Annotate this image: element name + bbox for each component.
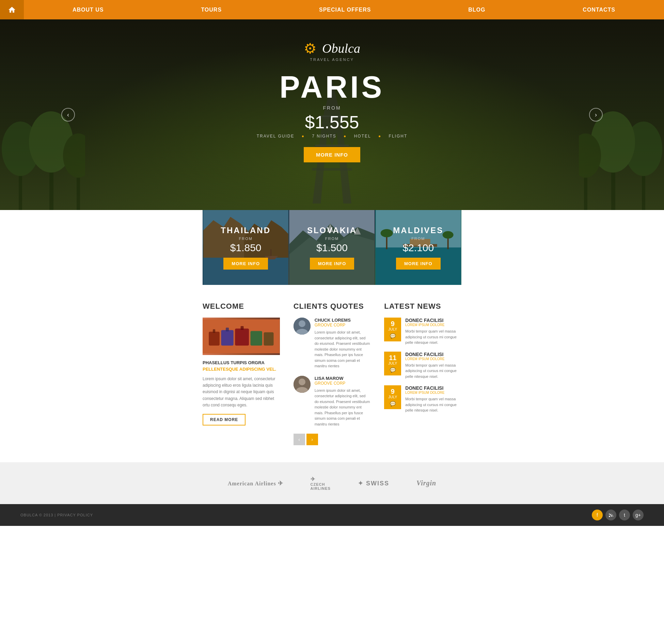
- social-twitter[interactable]: t: [619, 510, 630, 520]
- news-content-1: DONEC FACILISI LOREM IPSUM DOLORE Morbi …: [405, 352, 461, 380]
- news-content-2: DONEC FACILISI LOREM IPSUM DOLORE Morbi …: [405, 385, 461, 413]
- trees-right: [579, 108, 664, 210]
- dest-maldives-btn[interactable]: MORE INFO: [396, 258, 441, 270]
- logo: ⚙ Obulca TRAVEL AGENCY: [304, 40, 360, 62]
- read-more-button[interactable]: READ MORE: [203, 414, 246, 425]
- svg-rect-1: [19, 176, 22, 210]
- nav-tours[interactable]: TOURS: [194, 0, 228, 19]
- home-icon: [8, 6, 16, 14]
- feature-flight: FLIGHT: [389, 134, 408, 139]
- svg-rect-48: [241, 326, 244, 330]
- dest-maldives[interactable]: MALDIVES FROM $2.100 MORE INFO: [375, 210, 461, 285]
- partner-czech-icon: ✈: [311, 476, 315, 482]
- main-nav: ABOUT US TOURS SPECIAL OFFERS BLOG CONTA…: [0, 0, 664, 19]
- hero-section: ⚙ Obulca TRAVEL AGENCY ‹ PARIS FROM $1.5…: [0, 19, 664, 210]
- dest-slovakia-btn[interactable]: MORE INFO: [310, 258, 354, 270]
- feature-travel-guide: TRAVEL GUIDE: [257, 134, 295, 139]
- quotes-title: CLIENTS QUOTES: [294, 302, 371, 311]
- news-date-0: 9 JULY 💬: [384, 318, 401, 341]
- partner-czech: ✈ CZECHAIRLINES: [311, 476, 331, 490]
- news-month-1: JULY: [388, 361, 398, 365]
- partner-american-label: American Airlines: [228, 481, 276, 486]
- svg-rect-46: [213, 329, 215, 333]
- hero-city: PARIS: [254, 72, 410, 102]
- svg-point-50: [299, 320, 305, 327]
- social-rss[interactable]: [605, 510, 616, 520]
- hero-features: TRAVEL GUIDE ● 7 NIGHTS ● HOTEL ● FLIGHT: [254, 134, 410, 139]
- logo-brand: Obulca: [322, 41, 360, 56]
- quote-next-button[interactable]: ›: [306, 434, 318, 445]
- quote-name-chuck: CHUCK LOREMS: [315, 318, 371, 323]
- news-subtitle-1: LOREM IPSUM DOLORE: [405, 357, 461, 361]
- logo-wheel-icon: ⚙: [304, 40, 317, 57]
- news-subtitle-2: LOREM IPSUM DOLORE: [405, 391, 461, 395]
- welcome-image: [203, 318, 280, 355]
- quote-item-0: CHUCK LOREMS GROOVE CORP Lorem ipsum dol…: [294, 318, 371, 369]
- svg-point-53: [299, 379, 305, 385]
- nav-blog[interactable]: BLOG: [461, 0, 492, 19]
- dest-slovakia-price: $1.500: [316, 242, 348, 254]
- quotes-section: CLIENTS QUOTES CHUCK LOREMS GROOVE CORP …: [294, 302, 371, 445]
- partners-section: American Airlines ✈ ✈ CZECHAIRLINES ✦ SW…: [0, 462, 664, 504]
- svg-point-55: [609, 516, 610, 517]
- footer: OBULCA © 2013 | PRIVACY POLICY f t g+: [0, 504, 664, 526]
- news-day-0: 9: [388, 320, 398, 327]
- dest-thailand-btn[interactable]: MORE INFO: [223, 258, 268, 270]
- quote-company-lisa: GROOVE CORP: [315, 381, 371, 386]
- logo-tagline: TRAVEL AGENCY: [304, 58, 360, 62]
- dest-thailand-name: THAILAND: [221, 226, 271, 235]
- welcome-section: WELCOME PHASELLUS TURP: [203, 302, 280, 445]
- partner-swiss-icon: ✦: [358, 480, 364, 487]
- svg-rect-47: [226, 328, 229, 332]
- dest-maldives-from: FROM: [411, 237, 425, 241]
- news-headline-2: DONEC FACILISI: [405, 385, 461, 391]
- social-facebook[interactable]: f: [592, 510, 603, 520]
- svg-rect-11: [584, 178, 587, 210]
- news-headline-1: DONEC FACILISI: [405, 352, 461, 357]
- quote-content-lisa: LISA MAROW GROOVE CORP Lorem ipsum dolor…: [315, 376, 371, 427]
- news-body-0: Morbi tempor quam vel massa adipiscing u…: [405, 328, 461, 345]
- news-content-0: DONEC FACILISI LOREM IPSUM DOLORE Morbi …: [405, 318, 461, 345]
- news-subtitle-0: LOREM IPSUM DOLORE: [405, 323, 461, 327]
- partner-american-icon: ✈: [278, 480, 283, 487]
- dest-maldives-name: MALDIVES: [393, 226, 443, 235]
- news-title: LATEST NEWS: [384, 302, 461, 311]
- svg-rect-9: [611, 173, 615, 210]
- nav-about[interactable]: ABOUT US: [66, 0, 111, 19]
- dest-thailand-from: FROM: [239, 237, 252, 241]
- news-comment-icon-0: 💬: [388, 333, 398, 339]
- feature-hotel: HOTEL: [354, 134, 371, 139]
- quote-text-chuck: Lorem ipsum dolor sit amet, consectetur …: [315, 329, 371, 369]
- nav-special[interactable]: SPECIAL OFFERS: [312, 0, 378, 19]
- dest-thailand[interactable]: THAILAND FROM $1.850 MORE INFO: [203, 210, 289, 285]
- dest-slovakia-name: SLOVAKIA: [307, 226, 357, 235]
- svg-rect-7: [642, 176, 645, 210]
- quote-avatar-lisa: [294, 376, 311, 393]
- news-day-2: 9: [388, 388, 398, 395]
- quote-prev-button[interactable]: ‹: [294, 434, 305, 445]
- partner-virgin: Virgin: [416, 479, 436, 487]
- social-googleplus[interactable]: g+: [633, 510, 644, 520]
- dest-slovakia[interactable]: SLOVAKIA FROM $1.500 MORE INFO: [289, 210, 375, 285]
- destinations-section: THAILAND FROM $1.850 MORE INFO: [203, 210, 461, 285]
- welcome-image-inner: [203, 318, 280, 355]
- nav-contacts[interactable]: CONTACTS: [576, 0, 622, 19]
- svg-rect-44: [251, 331, 262, 346]
- hero-prev-button[interactable]: ‹: [61, 108, 75, 122]
- footer-social: f t g+: [592, 510, 644, 520]
- quote-name-lisa: LISA MAROW: [315, 376, 371, 381]
- main-content: WELCOME PHASELLUS TURP: [203, 302, 461, 445]
- partner-american: American Airlines ✈: [228, 480, 283, 487]
- destinations-row: THAILAND FROM $1.850 MORE INFO: [203, 210, 461, 285]
- partner-swiss-label: SWISS: [366, 480, 389, 487]
- news-item-2: 9 JULY 💬 DONEC FACILISI LOREM IPSUM DOLO…: [384, 385, 461, 413]
- welcome-subtitle2: PELLENTESQUE ADIPISCING VEL.: [203, 367, 280, 372]
- hero-next-button[interactable]: ›: [589, 108, 603, 122]
- home-button[interactable]: [0, 0, 24, 19]
- svg-rect-15: [312, 168, 352, 171]
- hero-content: PARIS FROM $1.555 TRAVEL GUIDE ● 7 NIGHT…: [254, 72, 410, 162]
- hero-more-info-button[interactable]: MORE INFO: [304, 147, 360, 162]
- dest-thailand-price: $1.850: [230, 242, 262, 254]
- welcome-subtitle1: PHASELLUS TURPIS ORGRA: [203, 360, 280, 365]
- svg-rect-3: [49, 173, 53, 210]
